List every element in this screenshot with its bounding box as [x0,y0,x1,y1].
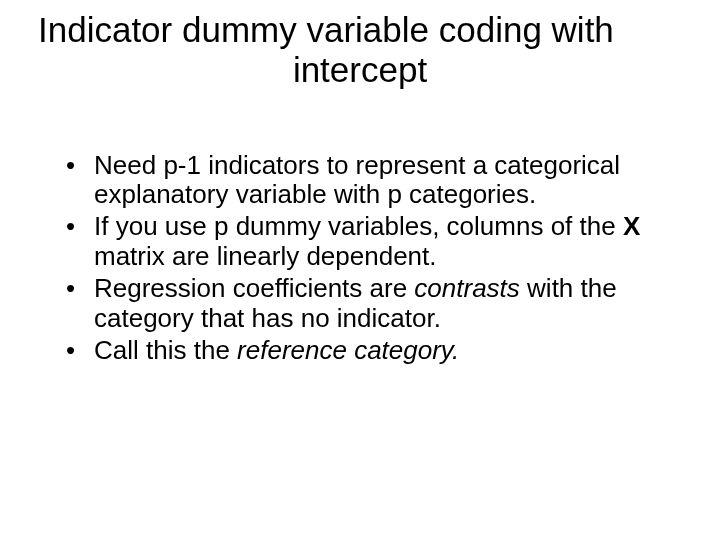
bullet-text-bold: X [623,211,640,241]
bullet-text: Need p-1 indicators to represent a categ… [94,150,620,210]
bullet-text-italic: reference category. [237,335,459,365]
title-line-2: intercept [38,50,682,90]
bullet-list: Need p-1 indicators to represent a categ… [38,151,682,366]
slide-title: Indicator dummy variable coding with int… [38,10,682,91]
bullet-text-post: matrix are linearly dependent. [94,241,437,271]
list-item: If you use p dummy variables, columns of… [94,212,682,272]
list-item: Call this the reference category. [94,336,682,366]
list-item: Regression coefficients are contrasts wi… [94,274,682,334]
bullet-text-pre: If you use p dummy variables, columns of… [94,211,623,241]
list-item: Need p-1 indicators to represent a categ… [94,151,682,211]
bullet-text-pre: Call this the [94,335,237,365]
slide: Indicator dummy variable coding with int… [0,0,720,540]
bullet-text-italic: contrasts [414,273,520,303]
bullet-text-pre: Regression coefficients are [94,273,414,303]
title-line-1: Indicator dummy variable coding with [38,10,682,50]
